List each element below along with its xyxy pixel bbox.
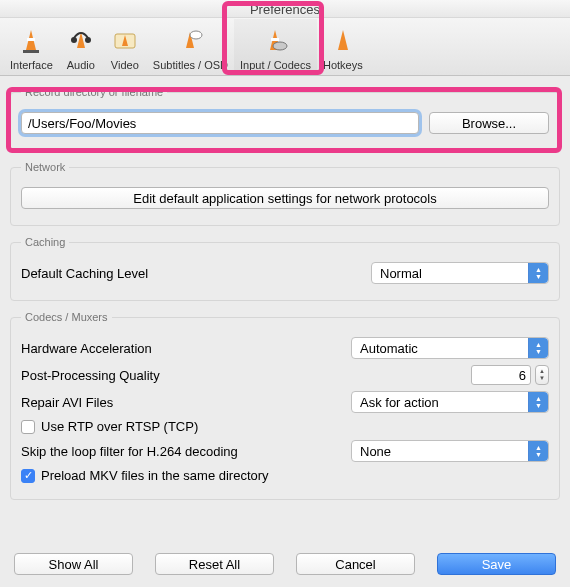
show-all-button[interactable]: Show All <box>14 553 133 575</box>
rtp-checkbox[interactable] <box>21 420 35 434</box>
tab-label: Input / Codecs <box>240 59 311 71</box>
updown-icon: ▲▼ <box>528 263 548 283</box>
svg-point-9 <box>190 31 202 39</box>
tab-label: Audio <box>67 59 95 71</box>
tab-interface[interactable]: Interface <box>4 19 59 75</box>
svg-point-5 <box>85 37 91 43</box>
svg-rect-2 <box>23 50 39 53</box>
repair-avi-label: Repair AVI Files <box>21 395 351 410</box>
cone-icon <box>327 25 359 57</box>
mkv-preload-checkbox[interactable]: ✓ <box>21 469 35 483</box>
caching-level-label: Default Caching Level <box>21 266 371 281</box>
hw-accel-label: Hardware Acceleration <box>21 341 351 356</box>
hw-accel-select[interactable]: Automatic ▲▼ <box>351 337 549 359</box>
caching-level-value: Normal <box>380 266 422 281</box>
loop-filter-select[interactable]: None ▲▼ <box>351 440 549 462</box>
cone-headphones-icon <box>65 25 97 57</box>
footer-buttons: Show All Reset All Cancel Save <box>0 543 570 587</box>
preferences-toolbar: Interface Audio Video Subtitles / OSD In… <box>0 18 570 76</box>
stepper-buttons[interactable]: ▲▼ <box>535 365 549 385</box>
caching-level-select[interactable]: Normal ▲▼ <box>371 262 549 284</box>
tab-video[interactable]: Video <box>103 19 147 75</box>
reset-all-button[interactable]: Reset All <box>155 553 274 575</box>
caching-legend: Caching <box>21 236 69 248</box>
tab-subtitles-osd[interactable]: Subtitles / OSD <box>147 19 234 75</box>
window-title: Preferences <box>0 0 570 18</box>
browse-button[interactable]: Browse... <box>429 112 549 134</box>
tab-label: Video <box>111 59 139 71</box>
save-button[interactable]: Save <box>437 553 556 575</box>
pp-quality-label: Post-Processing Quality <box>21 368 351 383</box>
updown-icon: ▲▼ <box>528 441 548 461</box>
hw-accel-value: Automatic <box>360 341 418 356</box>
network-group: Network Edit default application setting… <box>10 161 560 226</box>
tab-hotkeys[interactable]: Hotkeys <box>317 19 369 75</box>
loop-filter-label: Skip the loop filter for H.264 decoding <box>21 444 351 459</box>
codecs-legend: Codecs / Muxers <box>21 311 112 323</box>
rtp-label: Use RTP over RTSP (TCP) <box>41 419 198 434</box>
svg-point-4 <box>71 37 77 43</box>
pp-quality-input[interactable] <box>471 365 531 385</box>
record-path-input[interactable] <box>21 112 419 134</box>
tab-label: Hotkeys <box>323 59 363 71</box>
mkv-preload-label: Preload MKV files in the same directory <box>41 468 269 483</box>
network-legend: Network <box>21 161 69 173</box>
cancel-button[interactable]: Cancel <box>296 553 415 575</box>
tab-label: Interface <box>10 59 53 71</box>
caching-group: Caching Default Caching Level Normal ▲▼ <box>10 236 560 301</box>
codecs-group: Codecs / Muxers Hardware Acceleration Au… <box>10 311 560 500</box>
edit-network-protocols-button[interactable]: Edit default application settings for ne… <box>21 187 549 209</box>
tab-audio[interactable]: Audio <box>59 19 103 75</box>
cone-bubble-icon <box>174 25 206 57</box>
record-legend: Record directory or filename <box>21 86 167 98</box>
loop-filter-value: None <box>360 444 391 459</box>
tab-input-codecs[interactable]: Input / Codecs <box>234 19 317 75</box>
svg-marker-13 <box>338 30 348 50</box>
updown-icon: ▲▼ <box>528 392 548 412</box>
svg-rect-1 <box>27 38 35 41</box>
updown-icon: ▲▼ <box>528 338 548 358</box>
repair-avi-select[interactable]: Ask for action ▲▼ <box>351 391 549 413</box>
tab-label: Subtitles / OSD <box>153 59 228 71</box>
cone-disc-icon <box>259 25 291 57</box>
record-group: Record directory or filename Browse... <box>10 86 560 151</box>
cone-frame-icon <box>109 25 141 57</box>
svg-point-12 <box>273 42 287 50</box>
repair-avi-value: Ask for action <box>360 395 439 410</box>
cone-icon <box>15 25 47 57</box>
svg-rect-11 <box>271 38 279 41</box>
